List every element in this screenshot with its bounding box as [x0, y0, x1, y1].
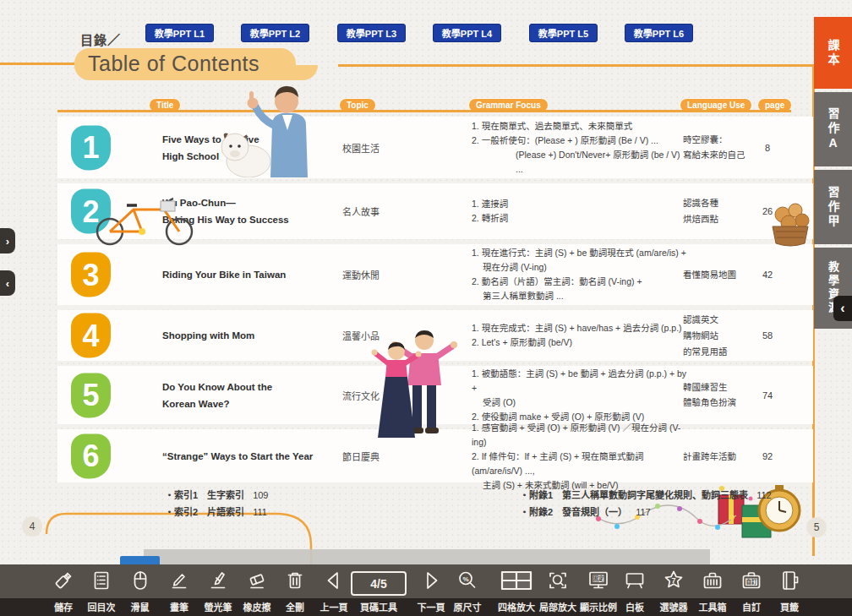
- toolbar: 儲存 回目次 滑鼠 畫筆 螢光筆: [0, 564, 852, 616]
- toc-row-unit3[interactable]: 3 Riding Your Bike in Taiwan 運動休閒 1. 現在進…: [57, 244, 813, 305]
- tool-pen[interactable]: 畫筆: [160, 564, 199, 616]
- unit-title: Riding Your Bike in Taiwan: [162, 266, 344, 283]
- toc-list-icon: [90, 570, 112, 591]
- tool-display-ratio[interactable]: 固定 顯示比例: [577, 564, 620, 616]
- tool-page-indicator[interactable]: 4/5 頁碼工具: [349, 564, 408, 616]
- zoom-percent-icon: %: [456, 570, 478, 591]
- unit-grammar: 1. 現在完成式：主詞 (S) + have/has + 過去分詞 (p.p.)…: [472, 321, 687, 350]
- tool-whiteboard[interactable]: 白板: [615, 564, 654, 616]
- header-underline: [57, 110, 791, 112]
- unit-page: 74: [746, 390, 789, 401]
- fixed-ratio-icon: 固定: [587, 570, 609, 591]
- index-entry: ・索引2 片語索引111: [165, 504, 267, 518]
- index-entry: ・索引1 生字索引109: [165, 488, 268, 501]
- page-title: Table of Contents: [88, 52, 259, 76]
- ebook-viewer: 教學PPT L1 教學PPT L2 教學PPT L3 教學PPT L4 教學PP…: [0, 0, 852, 616]
- unit-title: “Strange” Ways to Start the Year: [162, 447, 344, 464]
- tool-custom[interactable]: 自訂 自訂: [732, 564, 771, 616]
- unit-grammar: 1. 被動語態：主詞 (S) + be 動詞 + 過去分詞 (p.p.) + b…: [472, 367, 687, 424]
- unit-topic: 運動休閒: [342, 268, 435, 281]
- horizontal-scrollbar[interactable]: [144, 549, 710, 566]
- unit-page: 42: [746, 270, 789, 280]
- whiteboard-icon: [624, 570, 646, 591]
- tool-four-pane-zoom[interactable]: 四格放大: [491, 564, 542, 616]
- ppt-button-l4[interactable]: 教學PPT L4: [433, 24, 501, 42]
- photo-bicycle: [90, 189, 201, 247]
- unit-grammar: 1. 現在簡單式、過去簡單式、未來簡單式2. 一般祈使句：(Please + )…: [472, 119, 687, 177]
- svg-text:固定: 固定: [593, 575, 605, 582]
- tab-workbook-jia[interactable]: 習作甲: [814, 170, 852, 244]
- tool-original-size[interactable]: % 原尺寸: [448, 564, 487, 616]
- unit-page: 8: [746, 143, 789, 153]
- unit-number-badge: 3: [71, 253, 111, 297]
- star-number-icon: 7: [663, 570, 685, 591]
- ppt-button-l6[interactable]: 教學PPT L6: [625, 24, 693, 42]
- tool-next-page[interactable]: 下一頁: [411, 564, 451, 616]
- trash-icon: [284, 570, 306, 591]
- unit-number-badge: 4: [71, 313, 111, 358]
- tab-textbook[interactable]: 課本: [814, 17, 852, 89]
- tab-workbook-a[interactable]: 習作A: [814, 92, 852, 166]
- ppt-button-l2[interactable]: 教學PPT L2: [241, 24, 309, 42]
- unit-grammar: 1. 感官動詞 + 受詞 (O) + 原形動詞 (V) ／現在分詞 (V-ing…: [472, 420, 687, 492]
- photo-student-with-dog: [205, 81, 341, 177]
- tool-delete-all[interactable]: 全刪: [276, 564, 314, 616]
- svg-text:7: 7: [671, 576, 675, 585]
- unit-grammar: 1. 連接詞2. 轉折詞: [472, 197, 687, 226]
- tool-page-tab[interactable]: 頁籤: [770, 564, 809, 616]
- photo-bread-basket: [767, 198, 813, 248]
- svg-text:自訂: 自訂: [746, 578, 758, 586]
- toc-row-unit1[interactable]: 1 Five Ways to SurviveHigh School 校園生活 1…: [57, 117, 813, 178]
- tool-toolbox[interactable]: 工具箱: [693, 564, 732, 616]
- usb-save-icon: [52, 570, 74, 591]
- page-indicator: 4/5: [351, 571, 407, 596]
- unit-number-badge: 1: [71, 125, 111, 170]
- highlighter-icon: [207, 570, 229, 591]
- page-number-left: 4: [22, 516, 42, 537]
- tool-back-to-toc[interactable]: 回目次: [82, 564, 121, 616]
- unit-topic: 名人故事: [342, 204, 435, 218]
- catalog-label: 目錄／: [80, 30, 121, 48]
- unit-grammar: 1. 現在進行式：主詞 (S) + be 動詞現在式 (am/are/is) +…: [472, 246, 687, 303]
- banner-left-line: [0, 63, 74, 65]
- unit-title: Do You Know About theKorean Wave?: [162, 378, 344, 412]
- tool-eraser[interactable]: 橡皮擦: [238, 564, 276, 616]
- unit-topic: 節日慶典: [342, 450, 435, 463]
- custom-toolbox-icon: 自訂: [740, 570, 762, 591]
- pencil-icon: [168, 570, 190, 591]
- ppt-button-l3[interactable]: 教學PPT L3: [337, 24, 406, 42]
- appendix-entry: ・附錄1 第三人稱單數動詞字尾變化規則、動詞三態表112: [520, 488, 772, 501]
- page-tab-icon: [778, 570, 800, 591]
- frame-top-line: [338, 64, 813, 67]
- appendix-entry: ・附錄2 發音規則（一）117: [520, 504, 651, 518]
- unit-number-badge: 6: [71, 433, 111, 478]
- region-zoom-icon: [547, 570, 569, 591]
- left-panel-close-arrow[interactable]: ‹: [0, 270, 15, 296]
- tool-mouse[interactable]: 滑鼠: [120, 564, 160, 616]
- unit-page: 58: [746, 330, 789, 341]
- tool-number-picker[interactable]: 7 選號器: [654, 564, 693, 616]
- unit-page: 92: [746, 451, 789, 461]
- unit-title: Shopping with Mom: [162, 327, 344, 344]
- eraser-icon: [246, 570, 268, 591]
- mouse-icon: [129, 570, 151, 591]
- next-page-icon: [420, 570, 442, 591]
- ppt-button-l1[interactable]: 教學PPT L1: [145, 24, 214, 42]
- tool-region-zoom[interactable]: 局部放大: [537, 564, 579, 616]
- left-panel-open-arrow[interactable]: ›: [0, 228, 15, 253]
- tool-highlighter[interactable]: 螢光筆: [199, 564, 238, 616]
- page-number-right: 5: [806, 517, 827, 537]
- toolbox-icon: [702, 570, 724, 591]
- sidebar-collapse-arrow[interactable]: ‹: [833, 296, 852, 321]
- unit-number-badge: 5: [71, 373, 111, 417]
- ppt-button-l5[interactable]: 教學PPT L5: [529, 24, 598, 42]
- unit-topic: 校園生活: [342, 141, 435, 155]
- photo-hanbok-couple: [358, 328, 463, 441]
- four-grid-icon: [500, 570, 533, 591]
- svg-text:%: %: [462, 575, 468, 583]
- prev-page-icon: [323, 570, 345, 591]
- tool-save[interactable]: 儲存: [44, 564, 83, 616]
